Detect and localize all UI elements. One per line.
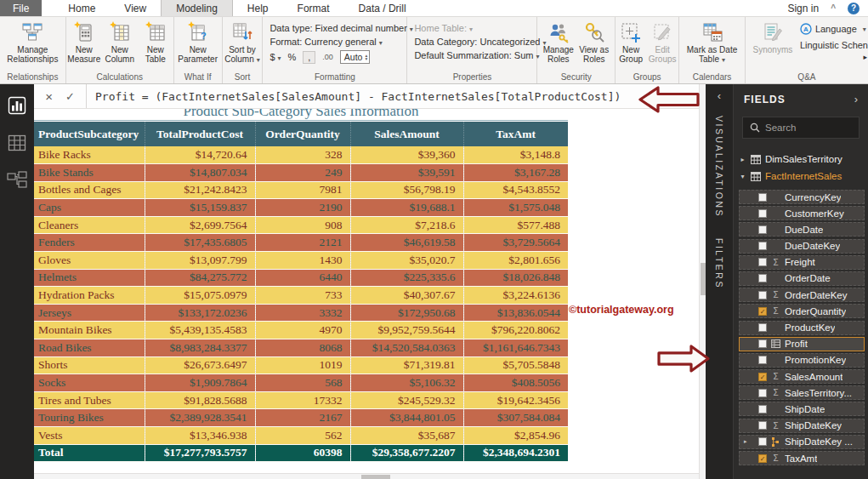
- canvas-horizontal-scrollbar[interactable]: [34, 473, 699, 479]
- canvas-vertical-scrollbar[interactable]: [699, 84, 706, 479]
- tab-view[interactable]: View: [110, 0, 161, 16]
- table-row[interactable]: Vests$13,346.938562$35,687$2,854.96: [34, 427, 568, 445]
- field-checkbox[interactable]: [758, 339, 767, 348]
- table-row[interactable]: Mountain Bikes$5,439,135.45834970$9,952,…: [34, 322, 568, 339]
- field-checkbox[interactable]: [758, 291, 767, 299]
- field-checkbox[interactable]: [758, 323, 767, 332]
- field-checkbox[interactable]: [758, 421, 767, 430]
- field-item-currencykey[interactable]: CurrencyKey: [739, 190, 865, 204]
- expand-panes-chevron-icon[interactable]: ‹: [718, 89, 721, 102]
- field-checkbox[interactable]: [758, 242, 767, 250]
- column-header-taxamt[interactable]: TaxAmt: [463, 122, 568, 146]
- field-item-taxamt[interactable]: ✓ΣTaxAmt: [739, 451, 865, 465]
- field-checkbox[interactable]: [758, 209, 767, 218]
- linguistic-schema-button[interactable]: Linguistic Schen: [800, 40, 868, 50]
- manage-roles-button[interactable]: Manage Roles: [541, 20, 576, 64]
- model-view-button[interactable]: [7, 171, 27, 190]
- manage-relationships-button[interactable]: Manage Relationships: [3, 20, 62, 64]
- field-item-salesterritory[interactable]: ΣSalesTerritory...: [739, 385, 865, 400]
- column-header-totalproductcost[interactable]: TotalProductCost: [145, 122, 255, 146]
- field-checkbox[interactable]: ✓: [758, 307, 767, 316]
- expand-field-icon[interactable]: ▸: [744, 438, 747, 445]
- table-row[interactable]: Road Bikes$8,983,284.33778068$14,520,584…: [34, 339, 568, 357]
- thousands-separator-button[interactable]: ,: [303, 51, 315, 64]
- field-checkbox[interactable]: [758, 225, 767, 234]
- new-parameter-button[interactable]: ? New Parameter: [176, 20, 220, 64]
- collapse-ribbon-icon[interactable]: ^: [831, 3, 836, 13]
- field-item-freight[interactable]: ΣFreight: [739, 255, 865, 270]
- field-item-salesamount[interactable]: ✓ΣSalesAmount: [739, 369, 865, 384]
- table-row[interactable]: Fenders$17,435.68052121$46,619.58$3,729.…: [34, 234, 568, 252]
- table-row[interactable]: Bike Stands$14,807.034249$39,591$3,167.2…: [34, 164, 568, 182]
- table-row[interactable]: Gloves$13,097.7991430$35,020.7$2,801.656: [34, 252, 568, 270]
- field-checkbox[interactable]: [758, 405, 767, 413]
- sort-by-column-button[interactable]: Sort by Column▾: [223, 20, 262, 65]
- tab-help[interactable]: Help: [233, 0, 283, 16]
- expand-table-icon[interactable]: ▸: [739, 156, 746, 163]
- visualizations-pane-tab[interactable]: VISUALIZATIONS: [714, 116, 724, 218]
- default-summarization-dropdown[interactable]: Default Summarization: Sum▾: [414, 50, 530, 60]
- tab-format[interactable]: Format: [283, 0, 344, 16]
- sales-table[interactable]: ProductSubcategoryTotalProductCostOrderQ…: [34, 122, 568, 462]
- field-item-promotionkey[interactable]: PromotionKey: [739, 353, 865, 368]
- table-row[interactable]: Bike Racks$14,720.64328$39,360$3,148.8: [34, 146, 568, 164]
- table-row[interactable]: Cleaners$2,699.7564908$7,218.6$577.488: [34, 216, 568, 234]
- data-view-button[interactable]: [8, 134, 26, 152]
- new-column-button[interactable]: New Column: [102, 20, 138, 64]
- report-canvas[interactable]: Product Sub-Category Sales Information P…: [34, 109, 699, 479]
- field-checkbox[interactable]: ✓: [758, 454, 767, 463]
- collapse-fields-chevron-icon[interactable]: ›: [854, 93, 858, 105]
- new-table-button[interactable]: New Table: [138, 20, 173, 64]
- field-item-orderquantity[interactable]: ✓ΣOrderQuantity: [739, 304, 865, 318]
- table-row[interactable]: Bottles and Cages$21,242.84237981$56,798…: [34, 181, 568, 199]
- column-header-productsubcategory[interactable]: ProductSubcategory: [34, 122, 145, 146]
- field-item-shipdatekey[interactable]: ▸ShipDateKey ...: [739, 435, 865, 449]
- field-item-orderdate[interactable]: OrderDate: [739, 271, 865, 286]
- table-header-row[interactable]: ProductSubcategoryTotalProductCostOrderQ…: [34, 122, 568, 146]
- mark-as-date-table-button[interactable]: Mark as Date Table▾: [685, 20, 740, 65]
- field-item-duedate[interactable]: DueDate: [739, 222, 865, 237]
- data-category-dropdown[interactable]: Data Category: Uncategorized▾: [414, 37, 530, 47]
- fields-search-input[interactable]: [765, 123, 868, 133]
- table-item-factinternetsales[interactable]: ▾FactInternetSales: [734, 168, 868, 185]
- currency-format-button[interactable]: $▾: [269, 52, 281, 62]
- data-type-dropdown[interactable]: Data type: Fixed decimal number▾: [269, 23, 400, 33]
- field-checkbox[interactable]: [758, 274, 767, 282]
- field-checkbox[interactable]: [758, 356, 767, 364]
- field-checkbox[interactable]: ✓: [758, 373, 767, 381]
- decimal-places-input[interactable]: Auto▴▾: [340, 50, 370, 64]
- filters-pane-tab[interactable]: FILTERS: [714, 238, 724, 289]
- collapse-table-icon[interactable]: ▾: [739, 173, 746, 180]
- table-row[interactable]: Helmets$84,275.7726440$225,335.6$18,026.…: [34, 269, 568, 287]
- report-view-button[interactable]: [8, 96, 26, 115]
- table-row[interactable]: Shorts$26,673.64971019$71,319.81$5,705.5…: [34, 356, 568, 374]
- column-header-orderquantity[interactable]: OrderQuantity: [255, 122, 350, 146]
- table-row[interactable]: Touring Bikes$2,389,928.35412167$3,844,8…: [34, 409, 568, 427]
- stepper-icon[interactable]: ▴▾: [365, 54, 367, 61]
- field-item-shipdate[interactable]: ShipDate: [739, 402, 865, 416]
- decimal-places-button[interactable]: .00: [322, 53, 333, 61]
- view-as-roles-button[interactable]: View as Roles: [576, 20, 612, 64]
- field-checkbox[interactable]: [758, 258, 767, 266]
- percent-format-button[interactable]: %: [288, 52, 297, 62]
- field-item-customerkey[interactable]: CustomerKey: [739, 206, 865, 220]
- field-checkbox[interactable]: [758, 389, 767, 397]
- field-item-shipdatekey[interactable]: ΣShipDateKey: [739, 419, 865, 433]
- scrollbar-thumb[interactable]: [361, 475, 390, 479]
- new-group-button[interactable]: New Group: [616, 20, 646, 64]
- field-item-profit[interactable]: Profit: [739, 337, 865, 351]
- new-measure-button[interactable]: New Measure: [66, 20, 102, 64]
- ribbon-overflow-icon[interactable]: ▸: [863, 53, 867, 61]
- tab-home[interactable]: Home: [54, 0, 110, 16]
- formula-input[interactable]: [87, 84, 682, 108]
- table-row[interactable]: Hydration Packs$15,075.0979733$40,307.67…: [34, 287, 568, 305]
- field-checkbox[interactable]: [758, 437, 767, 446]
- tab-data-drill[interactable]: Data / Drill: [344, 0, 421, 16]
- sign-in-button[interactable]: Sign in: [787, 3, 819, 14]
- tab-modeling[interactable]: Modeling: [161, 0, 233, 16]
- field-item-productkey[interactable]: ProductKey: [739, 321, 865, 335]
- field-item-orderdatekey[interactable]: ΣOrderDateKey: [739, 288, 865, 302]
- help-icon[interactable]: ?: [848, 3, 859, 14]
- table-row[interactable]: Socks$1,909.7864568$5,106.32$408.5056: [34, 374, 568, 392]
- fields-search-box[interactable]: [742, 117, 859, 139]
